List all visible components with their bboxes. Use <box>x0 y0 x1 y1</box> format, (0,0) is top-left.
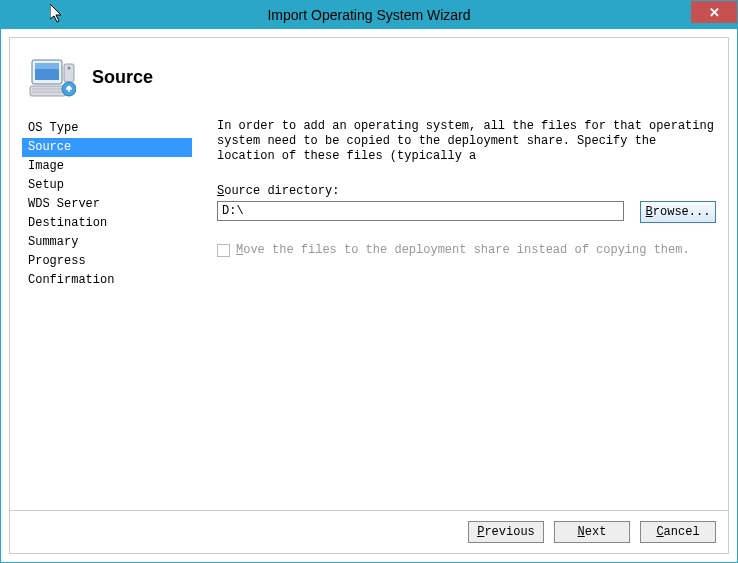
wizard-panel: Source OS Type Source Image Setup WDS Se… <box>9 37 729 554</box>
svg-point-7 <box>68 66 71 69</box>
main-content: In order to add an operating system, all… <box>217 113 716 510</box>
page-title: Source <box>92 67 153 88</box>
sidebar-item-image[interactable]: Image <box>22 157 192 176</box>
cancel-button[interactable]: Cancel <box>640 521 716 543</box>
wizard-body: Source OS Type Source Image Setup WDS Se… <box>1 29 737 562</box>
close-button[interactable]: ✕ <box>691 1 737 23</box>
sidebar-item-confirmation[interactable]: Confirmation <box>22 271 192 290</box>
content-area: OS Type Source Image Setup WDS Server De… <box>10 113 728 510</box>
move-files-checkbox-row: Move the files to the deployment share i… <box>217 243 716 257</box>
previous-button[interactable]: Previous <box>468 521 544 543</box>
source-directory-label: Source directory: <box>217 184 716 198</box>
sidebar-item-wds-server[interactable]: WDS Server <box>22 195 192 214</box>
browse-button[interactable]: Browse... <box>640 201 716 223</box>
move-files-checkbox <box>217 244 230 257</box>
window-title: Import Operating System Wizard <box>267 7 470 23</box>
instruction-text: In order to add an operating system, all… <box>217 119 716 164</box>
move-files-label: Move the files to the deployment share i… <box>236 243 690 257</box>
sidebar-item-progress[interactable]: Progress <box>22 252 192 271</box>
source-directory-input[interactable] <box>217 201 624 221</box>
computer-icon <box>28 54 76 102</box>
svg-rect-2 <box>35 63 59 69</box>
wizard-steps-sidebar: OS Type Source Image Setup WDS Server De… <box>22 113 192 510</box>
sidebar-item-os-type[interactable]: OS Type <box>22 119 192 138</box>
next-button[interactable]: Next <box>554 521 630 543</box>
close-icon: ✕ <box>709 5 720 20</box>
wizard-footer: Previous Next Cancel <box>10 510 728 553</box>
sidebar-item-destination[interactable]: Destination <box>22 214 192 233</box>
wizard-window: Import Operating System Wizard ✕ <box>0 0 738 563</box>
svg-rect-3 <box>30 86 66 96</box>
sidebar-item-setup[interactable]: Setup <box>22 176 192 195</box>
titlebar: Import Operating System Wizard ✕ <box>1 1 737 29</box>
sidebar-item-summary[interactable]: Summary <box>22 233 192 252</box>
sidebar-item-source[interactable]: Source <box>22 138 192 157</box>
source-directory-row: Browse... <box>217 201 716 223</box>
page-header: Source <box>10 38 728 113</box>
